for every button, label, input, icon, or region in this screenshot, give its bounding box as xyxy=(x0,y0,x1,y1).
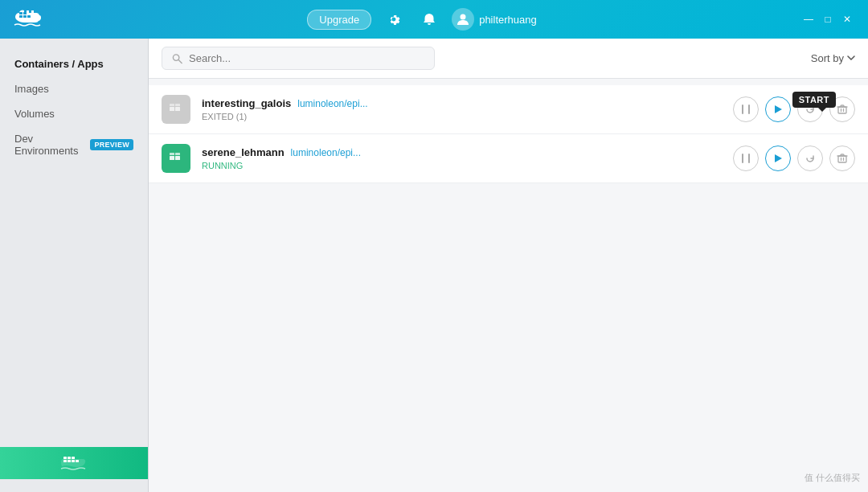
sidebar-item-volumes-label: Volumes xyxy=(14,108,55,120)
sidebar-footer xyxy=(0,447,148,479)
start-button-2[interactable] xyxy=(765,146,791,171)
sidebar-item-dev-environments[interactable]: Dev Environments PREVIEW xyxy=(0,126,148,163)
minimize-button[interactable]: — xyxy=(800,11,817,27)
chevron-down-icon xyxy=(847,55,855,61)
delete-icon xyxy=(837,104,848,115)
svg-rect-23 xyxy=(170,153,174,155)
sidebar-item-dev-label: Dev Environments xyxy=(14,133,84,157)
restart-icon-2 xyxy=(805,153,816,164)
svg-rect-18 xyxy=(175,104,180,106)
play-icon xyxy=(772,104,784,115)
sort-by-label: Sort by xyxy=(811,52,844,64)
container-info-1: interesting_galois luminoleon/epi... EXI… xyxy=(202,97,722,121)
container-list: interesting_galois luminoleon/epi... EXI… xyxy=(149,79,868,492)
container-icon-1 xyxy=(162,95,190,124)
sidebar-item-images[interactable]: Images xyxy=(0,76,148,101)
svg-rect-1 xyxy=(23,15,27,18)
settings-icon xyxy=(387,12,401,27)
container-status-1: EXITED (1) xyxy=(202,112,722,121)
pause-icon xyxy=(740,104,751,115)
svg-line-14 xyxy=(178,59,182,63)
svg-rect-6 xyxy=(63,457,67,459)
search-icon xyxy=(172,53,182,64)
container-icon-2 xyxy=(162,144,190,173)
avatar xyxy=(452,8,474,31)
sidebar: Containers / Apps Images Volumes Dev Env… xyxy=(0,39,149,492)
restart-button-1[interactable] xyxy=(797,96,823,122)
upgrade-button[interactable]: Upgrade xyxy=(307,10,371,30)
notifications-icon xyxy=(422,12,436,27)
sidebar-item-containers-label: Containers / Apps xyxy=(14,58,104,70)
svg-rect-4 xyxy=(23,12,27,14)
container-name-1: interesting_galois xyxy=(202,97,291,109)
window-controls: — □ ✕ xyxy=(800,11,855,27)
settings-button[interactable] xyxy=(381,6,407,32)
close-button[interactable]: ✕ xyxy=(839,11,855,27)
search-input[interactable] xyxy=(189,52,424,64)
svg-rect-26 xyxy=(838,156,846,162)
svg-rect-20 xyxy=(838,107,846,113)
svg-point-5 xyxy=(461,14,466,20)
container-actions-2 xyxy=(733,146,855,171)
user-avatar-icon xyxy=(457,13,469,26)
container-image-1: luminoleon/epi... xyxy=(297,98,367,109)
container-name-row-2: serene_lehmann luminoleon/epi... xyxy=(202,146,722,158)
pause-button-2[interactable] xyxy=(733,146,759,171)
svg-rect-16 xyxy=(175,107,180,111)
svg-rect-8 xyxy=(72,457,75,459)
delete-button-1[interactable] xyxy=(829,96,855,122)
container-name-2: serene_lehmann xyxy=(202,146,285,158)
start-button-1[interactable] xyxy=(765,96,791,122)
maximize-button[interactable]: □ xyxy=(820,11,836,27)
titlebar-left xyxy=(13,8,43,31)
docker-logo-icon xyxy=(13,8,43,31)
toolbar: Sort by xyxy=(149,39,868,79)
pause-button-1[interactable] xyxy=(733,96,759,122)
table-row: interesting_galois luminoleon/epi... EXI… xyxy=(149,85,868,134)
user-menu-button[interactable]: philterhuang xyxy=(452,8,537,31)
pause-icon-2 xyxy=(740,153,751,164)
container-image-2: luminoleon/epi... xyxy=(291,147,361,158)
svg-marker-19 xyxy=(775,105,782,113)
restart-button-2[interactable] xyxy=(797,146,823,171)
svg-rect-2 xyxy=(27,15,31,18)
delete-button-2[interactable] xyxy=(829,146,855,171)
docker-logo xyxy=(13,8,43,31)
container-actions-1 xyxy=(733,96,855,122)
svg-rect-22 xyxy=(175,156,180,160)
svg-rect-3 xyxy=(19,12,23,14)
sidebar-item-containers[interactable]: Containers / Apps xyxy=(0,51,148,76)
titlebar: Upgrade philterhuang — □ ✕ xyxy=(0,0,868,39)
container-info-2: serene_lehmann luminoleon/epi... RUNNING xyxy=(202,146,722,170)
svg-point-13 xyxy=(173,54,178,59)
sidebar-item-volumes[interactable]: Volumes xyxy=(0,101,148,126)
table-row: serene_lehmann luminoleon/epi... RUNNING xyxy=(149,134,868,183)
sort-by-button[interactable]: Sort by xyxy=(811,52,855,64)
svg-rect-24 xyxy=(175,153,180,155)
preview-badge: PREVIEW xyxy=(90,139,133,150)
svg-rect-21 xyxy=(170,156,174,160)
sidebar-item-images-label: Images xyxy=(14,83,49,95)
container-name-row-1: interesting_galois luminoleon/epi... xyxy=(202,97,722,109)
restart-icon xyxy=(805,104,816,115)
svg-rect-17 xyxy=(170,104,174,106)
svg-rect-0 xyxy=(19,15,23,18)
docker-whale-footer-icon xyxy=(59,453,88,474)
container-status-2: RUNNING xyxy=(202,161,722,170)
play-icon-2 xyxy=(772,153,784,164)
main-layout: Containers / Apps Images Volumes Dev Env… xyxy=(0,39,868,492)
container-cube-icon-2 xyxy=(167,150,185,167)
svg-rect-7 xyxy=(68,457,71,459)
notifications-button[interactable] xyxy=(416,6,442,32)
username-label: philterhuang xyxy=(479,14,537,26)
sidebar-nav: Containers / Apps Images Volumes Dev Env… xyxy=(0,51,148,163)
titlebar-center: Upgrade philterhuang xyxy=(307,6,536,32)
container-cube-icon xyxy=(167,100,185,118)
svg-rect-15 xyxy=(170,107,174,111)
delete-icon-2 xyxy=(837,153,848,164)
svg-marker-25 xyxy=(775,154,782,162)
search-box[interactable] xyxy=(162,47,435,70)
content-area: Sort by i xyxy=(149,39,868,492)
